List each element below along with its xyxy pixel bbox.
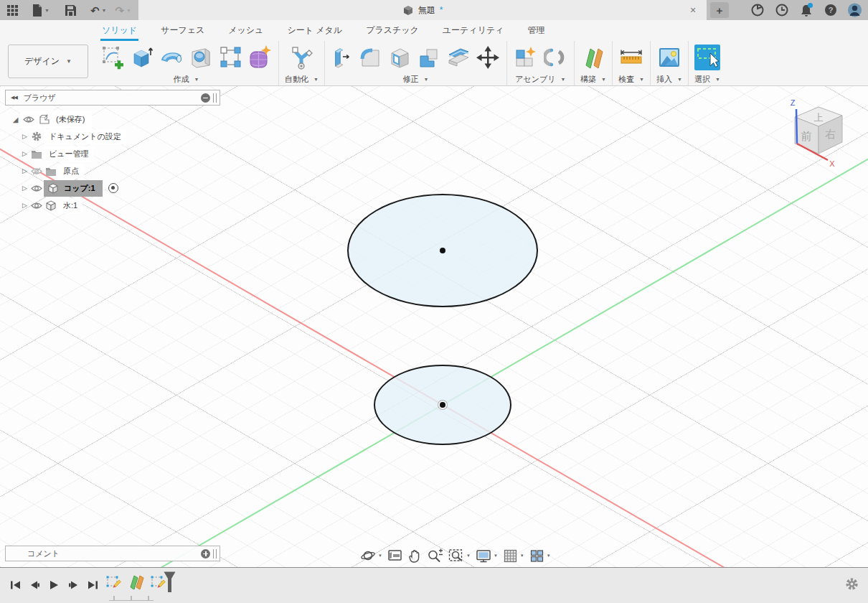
visibility-eye-icon[interactable] <box>29 202 44 210</box>
create-sketch-button[interactable] <box>100 42 126 73</box>
tree-row-component-water[interactable]: ▷ 水:1 <box>5 197 220 214</box>
notifications-button[interactable] <box>798 3 813 18</box>
pattern-button[interactable] <box>217 42 243 73</box>
insert-button[interactable] <box>656 42 682 73</box>
cylinder-face-top[interactable] <box>347 194 538 307</box>
add-comment-button[interactable] <box>201 549 210 558</box>
visibility-eye-icon[interactable] <box>29 184 44 192</box>
expand-caret-icon[interactable]: ▷ <box>20 133 29 140</box>
account-avatar[interactable] <box>847 3 862 18</box>
timeline-sketch-feature[interactable] <box>105 574 123 591</box>
move-button[interactable] <box>475 42 501 73</box>
chevron-down-icon: ▼ <box>378 553 382 558</box>
save-button[interactable] <box>64 1 77 19</box>
timeline-plane-feature[interactable] <box>128 574 145 591</box>
browser-header[interactable]: ◀◀ ブラウザ <box>5 90 220 106</box>
extensions-button[interactable] <box>750 3 765 18</box>
file-menu-button[interactable]: ▼ <box>31 1 51 19</box>
expand-caret-icon[interactable]: ◢ <box>11 116 20 123</box>
tab-surface[interactable]: サーフェス <box>159 20 206 41</box>
go-to-end-button[interactable] <box>86 579 99 592</box>
expand-caret-icon[interactable]: ▷ <box>20 184 29 192</box>
tab-sheet-metal[interactable]: シート メタル <box>286 20 344 41</box>
panel-grip[interactable] <box>213 93 217 103</box>
measure-button[interactable] <box>618 42 644 73</box>
combine-button[interactable] <box>416 42 442 73</box>
select-button[interactable] <box>694 42 720 73</box>
group-create: 作成▼ <box>94 41 279 85</box>
activate-component-radio[interactable] <box>108 183 118 193</box>
tree-row-document-settings[interactable]: ▷ ドキュメントの設定 <box>5 128 220 145</box>
tab-utilities[interactable]: ユーティリティ <box>441 20 506 41</box>
tree-row-named-views[interactable]: ▷ ビュー管理 <box>5 145 220 162</box>
go-to-start-button[interactable] <box>9 579 22 592</box>
tab-mesh[interactable]: メッシュ <box>227 20 265 41</box>
display-settings-button[interactable]: ▼ <box>474 547 499 564</box>
viewcube-top-label[interactable]: 上 <box>814 112 824 123</box>
view-cube[interactable]: 上 前 右 Z X <box>773 93 859 172</box>
tab-manage[interactable]: 管理 <box>527 20 547 41</box>
timeline-playhead[interactable] <box>164 571 176 593</box>
center-point[interactable] <box>440 248 445 253</box>
group-label-select[interactable]: 選択▼ <box>694 74 720 85</box>
step-back-button[interactable] <box>28 579 41 592</box>
split-body-button[interactable] <box>445 42 471 73</box>
group-label-create[interactable]: 作成▼ <box>174 74 199 85</box>
close-tab-button[interactable]: × <box>687 4 699 17</box>
tab-plastic[interactable]: プラスチック <box>364 20 420 41</box>
press-pull-button[interactable] <box>331 42 354 73</box>
look-at-button[interactable] <box>386 547 404 564</box>
tree-row-document[interactable]: ◢ (未保存) <box>5 111 220 128</box>
fit-button[interactable]: ▼ <box>447 547 472 564</box>
job-status-button[interactable] <box>774 3 789 18</box>
comment-bar[interactable]: コメント <box>5 546 220 561</box>
play-button[interactable] <box>47 579 60 592</box>
step-forward-button[interactable] <box>67 579 80 592</box>
orbit-button[interactable]: ▼ <box>359 547 384 564</box>
group-label-automate[interactable]: 自動化▼ <box>285 74 319 85</box>
help-button[interactable]: ? <box>823 3 838 18</box>
expand-caret-icon[interactable]: ▷ <box>20 150 29 157</box>
group-label-assemble[interactable]: アセンブリ▼ <box>515 74 565 85</box>
tree-row-origin[interactable]: ▷ 原点 <box>5 162 220 179</box>
timeline-settings-button[interactable] <box>845 577 859 591</box>
app-launcher-button[interactable] <box>6 1 19 19</box>
model-viewport[interactable]: 上 前 右 Z X ◀◀ ブラウザ ◢ <box>0 86 868 567</box>
redo-button[interactable]: ↷ ▼ <box>113 1 133 19</box>
group-label-modify[interactable]: 修正▼ <box>402 74 428 85</box>
revolve-button[interactable] <box>159 42 184 73</box>
grid-settings-button[interactable]: ▼ <box>501 547 526 564</box>
group-label-construct[interactable]: 構築▼ <box>580 74 606 85</box>
viewports-button[interactable]: ▼ <box>528 547 552 564</box>
panel-grip[interactable] <box>213 549 217 558</box>
extrude-button[interactable] <box>129 42 155 73</box>
new-component-button[interactable] <box>513 42 539 73</box>
hole-button[interactable] <box>188 42 214 73</box>
document-tab[interactable]: 無題 * × <box>138 0 707 20</box>
expand-caret-icon[interactable]: ▷ <box>20 202 29 209</box>
expand-caret-icon[interactable]: ▷ <box>20 167 29 174</box>
viewcube-front-label[interactable]: 前 <box>801 130 812 142</box>
workspace-selector[interactable]: デザイン ▼ <box>8 45 88 78</box>
tab-solid[interactable]: ソリッド <box>100 20 138 41</box>
automate-button[interactable] <box>288 42 314 73</box>
zoom-button[interactable] <box>425 547 445 564</box>
group-label-insert[interactable]: 挿入▼ <box>656 74 682 85</box>
group-label-inspect[interactable]: 検査▼ <box>618 74 644 85</box>
construct-plane-button[interactable] <box>580 42 606 73</box>
origin-point[interactable] <box>440 402 445 408</box>
undo-button[interactable]: ↶ ▼ <box>89 1 108 19</box>
collapse-panel-icon[interactable]: ◀◀ <box>11 95 17 100</box>
minimize-panel-button[interactable] <box>201 93 210 103</box>
fillet-button[interactable] <box>357 42 383 73</box>
shell-button[interactable] <box>387 42 412 73</box>
cylinder-face-bottom[interactable] <box>374 365 511 445</box>
create-form-button[interactable] <box>247 42 273 73</box>
joint-button[interactable] <box>542 42 568 73</box>
new-tab-button[interactable]: + <box>710 2 729 18</box>
visibility-eye-icon[interactable] <box>22 116 36 123</box>
viewcube-right-label[interactable]: 右 <box>825 128 836 140</box>
visibility-eye-off-icon[interactable] <box>29 167 44 176</box>
pan-button[interactable] <box>406 547 423 564</box>
tree-row-component-cup[interactable]: ▷ コップ:1 <box>5 179 220 197</box>
